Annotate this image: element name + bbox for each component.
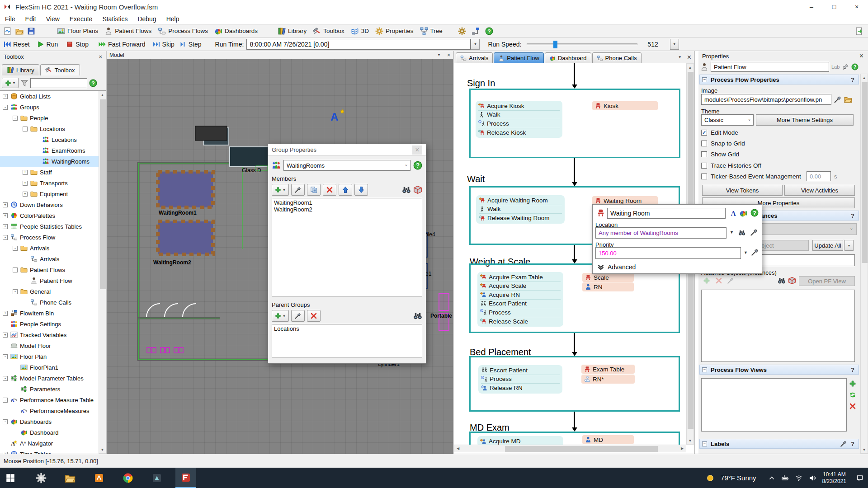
expander[interactable]: - xyxy=(3,105,8,110)
collapse-icon[interactable]: − xyxy=(702,367,707,372)
priority-field[interactable]: 150.00 xyxy=(595,247,741,259)
toolbar-tree[interactable]: Tree xyxy=(420,27,443,35)
run-speed-dropdown[interactable]: ▼ xyxy=(670,39,679,50)
activity-process[interactable]: Process xyxy=(480,308,561,317)
tree-item-floorplan1[interactable]: FloorPlan1 xyxy=(0,362,107,373)
tab-phone-calls[interactable]: Phone Calls xyxy=(592,52,642,63)
tab-dashboard[interactable]: Dashboard xyxy=(545,52,591,63)
run-time-field[interactable]: 8:00:00 AM 7/26/2021 [0.00] xyxy=(246,39,471,50)
menu-help[interactable]: Help xyxy=(161,14,184,24)
props-help-icon[interactable] xyxy=(851,63,859,70)
advanced-chevrons-icon[interactable] xyxy=(597,263,604,271)
remove-instance-icon-disabled[interactable] xyxy=(715,277,722,284)
tree-item-equipment[interactable]: +Equipment xyxy=(0,188,107,199)
maximize-button[interactable]: □ xyxy=(823,0,845,14)
update-all-button[interactable]: Update All xyxy=(812,240,843,251)
edit-mode-checkbox[interactable]: ✓Edit Mode xyxy=(701,129,738,136)
section-help-icon[interactable]: ? xyxy=(851,76,854,83)
checkbox-checked[interactable]: ✓ xyxy=(701,130,707,136)
expander[interactable]: + xyxy=(3,213,8,218)
remove-parent-button[interactable] xyxy=(307,310,321,322)
activity-walk[interactable]: Walk xyxy=(478,111,560,120)
speaker-icon[interactable] xyxy=(809,474,816,482)
dialog-help-icon[interactable] xyxy=(413,161,422,170)
resource-rn[interactable]: RN xyxy=(582,282,634,291)
add-instance-icon-disabled[interactable] xyxy=(703,277,710,284)
expander[interactable]: - xyxy=(3,235,8,240)
toolbar-properties[interactable]: Properties xyxy=(375,27,414,35)
tree-item-groups[interactable]: -Groups xyxy=(0,102,107,113)
sample-instance-icon-disabled[interactable] xyxy=(727,277,734,284)
tree-item-process-flow[interactable]: -Process Flow xyxy=(0,232,107,243)
3d-instance-icon[interactable] xyxy=(788,277,796,285)
activity-block-md[interactable]: Acquire MD xyxy=(477,436,563,445)
flow-tabs-dropdown-icon[interactable]: ▼ xyxy=(678,55,682,59)
step-button[interactable]: Step xyxy=(179,41,202,48)
activity-process[interactable]: Process xyxy=(478,119,560,128)
expander[interactable]: - xyxy=(13,246,18,251)
flow-hscrollbar-thumb[interactable] xyxy=(505,446,658,452)
ticker-value-field[interactable]: 0.00 xyxy=(807,171,831,181)
open-pf-view-button[interactable]: Open PF View xyxy=(799,276,855,286)
taskbar-app-orange[interactable] xyxy=(89,468,109,488)
taskbar-app-dark[interactable] xyxy=(146,468,167,488)
tree-item-dashboard[interactable]: Dashboard xyxy=(0,427,107,438)
object-name-field[interactable]: Patient Flow xyxy=(711,62,829,72)
remove-member-button[interactable] xyxy=(323,184,336,196)
advanced-label[interactable]: Advanced xyxy=(608,263,636,271)
activity-acquire-rn[interactable]: Acquire RN xyxy=(480,291,561,300)
parent-group-item[interactable]: Locations xyxy=(274,325,420,332)
expander[interactable]: - xyxy=(13,267,18,272)
menu-view[interactable]: View xyxy=(41,14,65,24)
stop-button[interactable]: Stop xyxy=(66,41,89,48)
tree-item-people[interactable]: -People xyxy=(0,113,107,123)
taskbar-settings[interactable] xyxy=(31,468,52,488)
tray-chevron-up-icon[interactable] xyxy=(768,474,775,482)
image-path-field[interactable]: modules\ProcessFlow\bitmaps\personflow.p… xyxy=(701,94,831,105)
run-time-dropdown[interactable]: ▼ xyxy=(471,39,480,50)
tree-item-performance-measure-table[interactable]: -Performance Measure Table xyxy=(0,394,107,405)
tab-toolbox[interactable]: Toolbox xyxy=(40,64,80,75)
menu-file[interactable]: File xyxy=(0,14,20,24)
tree-item-waitingrooms[interactable]: WaitingRooms xyxy=(0,156,107,167)
model-dropdown-icon[interactable]: ▼ xyxy=(437,53,441,57)
section-process-flow-properties[interactable]: − Process Flow Properties ? xyxy=(699,75,859,84)
tree-item-dashboards[interactable]: -Dashboards xyxy=(0,416,107,427)
refresh-views-icon[interactable] xyxy=(849,391,856,399)
tree-item-model-floor[interactable]: Model Floor xyxy=(0,340,107,351)
expander[interactable]: - xyxy=(13,116,18,121)
copy-member-button[interactable] xyxy=(307,184,321,196)
checkbox[interactable] xyxy=(701,174,707,179)
activity-block-wait[interactable]: Acquire Waiting Room Walk Release Waitin… xyxy=(476,195,565,224)
trace-histories-checkbox[interactable]: Trace Histories Off xyxy=(701,162,761,169)
tree-item-patient-flows-folder[interactable]: -Patient Flows xyxy=(0,264,107,275)
statistics-icon[interactable] xyxy=(739,209,747,217)
section-labels[interactable]: − Labels ? xyxy=(699,439,859,449)
section-help-icon[interactable]: ? xyxy=(851,366,854,373)
tree-item-astar-navigator[interactable]: A* Navigator xyxy=(0,438,107,449)
tree-item-examrooms[interactable]: ExamRooms xyxy=(0,145,107,156)
checkbox[interactable] xyxy=(701,163,707,169)
toolbar-patient-flows[interactable]: Patient Flows xyxy=(104,27,151,35)
find-parents-icon[interactable] xyxy=(413,311,422,320)
expander[interactable]: - xyxy=(3,376,8,381)
resource-exam-table[interactable]: Exam Table xyxy=(581,365,635,374)
filter-icon[interactable] xyxy=(20,79,28,87)
tree-item-locations-group[interactable]: Locations xyxy=(0,134,107,145)
location-dropdown-icon[interactable]: ▼ xyxy=(730,230,734,235)
toolbar-process-flows[interactable]: Process Flows xyxy=(158,27,208,35)
menu-edit[interactable]: Edit xyxy=(20,14,41,24)
activity-release-scale[interactable]: Release Scale xyxy=(480,317,561,326)
resource-md[interactable]: MD xyxy=(582,435,634,444)
resource-scale[interactable]: Scale xyxy=(582,273,634,282)
taskbar-clock[interactable]: 10:41 AM 8/23/2021 xyxy=(822,471,846,485)
add-tool-button[interactable]: ▼ xyxy=(2,78,19,88)
activity-name-field[interactable]: Waiting Room xyxy=(607,208,726,219)
run-speed-slider-thumb[interactable] xyxy=(553,41,557,48)
tree-item-arrivals[interactable]: Arrivals xyxy=(0,253,107,264)
activity-block-bed[interactable]: Escort Patient Process Release RN xyxy=(478,365,562,394)
collapse-icon[interactable]: − xyxy=(702,77,707,82)
activity-acquire-md[interactable]: Acquire MD xyxy=(480,437,561,445)
location-field[interactable]: Any member of WaitingRooms xyxy=(595,227,726,239)
show-grid-checkbox[interactable]: Show Grid xyxy=(701,151,739,158)
